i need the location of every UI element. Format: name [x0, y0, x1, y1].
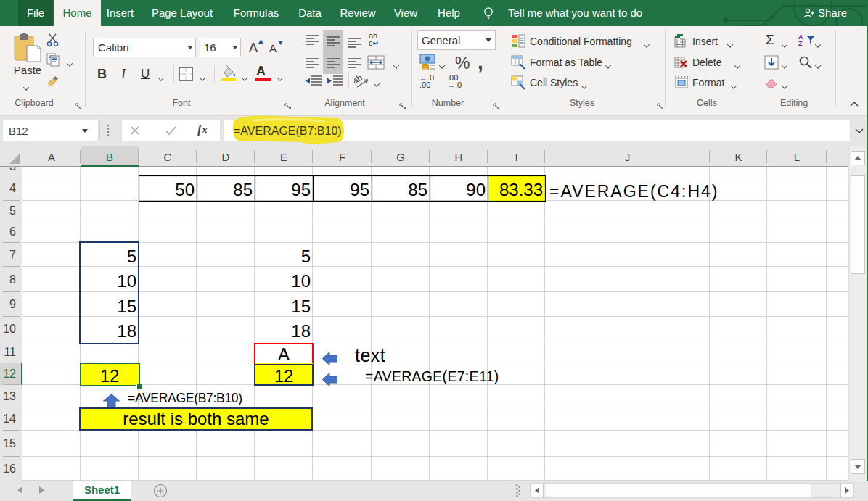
svg-text:Z: Z [798, 40, 803, 46]
svg-text:ab: ab [354, 74, 364, 86]
